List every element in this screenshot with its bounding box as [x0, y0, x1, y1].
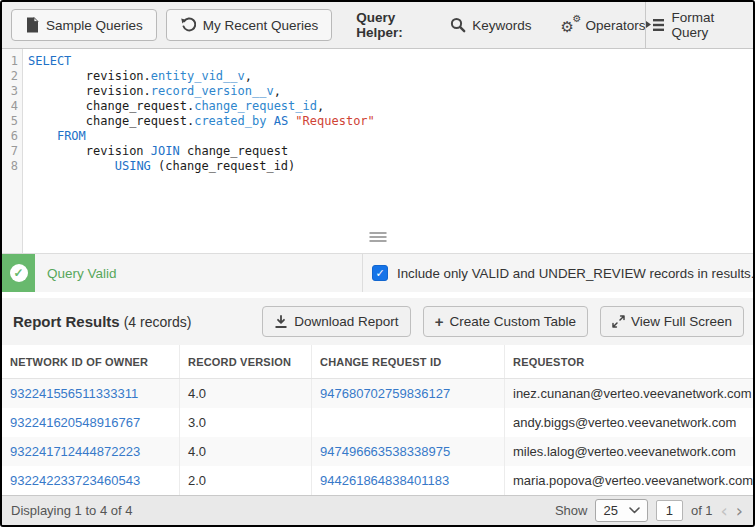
plus-icon: + — [435, 316, 444, 328]
editor-gutter: 12345678 — [2, 49, 23, 253]
cell-text: miles.lalog@verteo.veevanetwork.com — [505, 437, 753, 466]
report-results-count: (4 records) — [124, 314, 192, 330]
query-valid-section: Query Valid — [35, 254, 362, 292]
code-line[interactable]: revision.entity_vid__v, — [28, 69, 753, 84]
keywords-label: Keywords — [472, 18, 531, 33]
show-label: Show — [555, 503, 588, 518]
line-number: 8 — [2, 159, 22, 174]
code-line[interactable]: revision JOIN change_request — [28, 144, 753, 159]
cell-text: 2.0 — [180, 466, 312, 495]
cell-text: maria.popova@verteo.veevanetwork.com — [505, 466, 753, 495]
operators-label: Operators — [585, 18, 645, 33]
format-query-section: Format Query — [645, 2, 753, 48]
cell-text: andy.biggs@verteo.veevanetwork.com — [505, 408, 753, 437]
line-number: 7 — [2, 144, 22, 159]
cell-link[interactable]: 932242233723460543 — [2, 466, 180, 495]
query-helper-label: Query Helper: — [356, 10, 420, 40]
format-query-button[interactable]: Format Query — [646, 10, 753, 40]
download-report-label: Download Report — [294, 314, 398, 329]
query-status-bar: ✓ Query Valid ✓ Include only VALID and U… — [2, 253, 753, 292]
pagination-bar: Displaying 1 to 4 of 4 Show 25 of 1 ‹ › — [2, 495, 753, 525]
sample-queries-button[interactable]: Sample Queries — [11, 9, 157, 41]
valid-records-checkbox[interactable]: ✓ — [372, 265, 388, 281]
code-line[interactable]: SELECT — [28, 54, 753, 69]
column-header[interactable]: REQUESTOR — [505, 345, 753, 378]
report-results-title: Report Results — [13, 313, 120, 330]
cell-link[interactable]: 932241712444872223 — [2, 437, 180, 466]
column-header[interactable]: CHANGE REQUEST ID — [312, 345, 505, 378]
cell-text: 4.0 — [180, 437, 312, 466]
view-full-screen-button[interactable]: View Full Screen — [600, 306, 744, 337]
query-toolbar: Sample Queries My Recent Queries Query H… — [2, 2, 753, 49]
line-number: 6 — [2, 129, 22, 144]
search-icon — [450, 17, 466, 33]
of-pages-label: of 1 — [691, 503, 713, 518]
format-indent-icon — [646, 18, 664, 32]
pagination-controls: Show 25 of 1 ‹ › — [555, 499, 743, 522]
operators-button[interactable]: ⚙ ⚙ Operators — [561, 17, 645, 34]
table-row: 9322416205489167673.0andy.biggs@verteo.v… — [2, 408, 753, 437]
history-icon — [180, 17, 196, 33]
fullscreen-icon — [612, 315, 625, 328]
code-line[interactable]: change_request.created_by AS "Requestor" — [28, 114, 753, 129]
cell-link[interactable]: 932241620548916767 — [2, 408, 180, 437]
check-circle-icon: ✓ — [10, 264, 28, 282]
line-number: 5 — [2, 114, 22, 129]
cell-link[interactable]: 932241556511333311 — [2, 379, 180, 408]
cell-link[interactable]: 947496663538338975 — [312, 437, 505, 466]
table-header-row: NETWORK ID OF OWNERRECORD VERSIONCHANGE … — [2, 345, 753, 379]
results-actions: Download Report + Create Custom Table Vi… — [262, 306, 744, 337]
my-recent-queries-button[interactable]: My Recent Queries — [166, 9, 333, 41]
previous-page-icon[interactable]: ‹ — [721, 502, 728, 520]
valid-records-checkbox-label: Include only VALID and UNDER_REVIEW reco… — [397, 266, 754, 281]
page-size-value: 25 — [603, 503, 617, 518]
record-filter-section: ✓ Include only VALID and UNDER_REVIEW re… — [362, 254, 755, 292]
column-header[interactable]: NETWORK ID OF OWNER — [2, 345, 180, 378]
download-report-button[interactable]: Download Report — [262, 306, 410, 337]
line-number: 1 — [2, 54, 22, 69]
editor-resize-handle[interactable] — [369, 230, 386, 244]
download-icon — [274, 315, 288, 329]
column-header[interactable]: RECORD VERSION — [180, 345, 312, 378]
code-line[interactable]: FROM — [28, 129, 753, 144]
code-line[interactable]: change_request.change_request_id, — [28, 99, 753, 114]
chevron-down-icon — [629, 507, 640, 514]
page-size-select[interactable]: 25 — [595, 499, 647, 522]
cell-link[interactable]: 944261864838401183 — [312, 466, 505, 495]
table-body: 9322415565113333114.0947680702759836127i… — [2, 379, 753, 495]
table-row: 9322415565113333114.0947680702759836127i… — [2, 379, 753, 408]
next-page-icon[interactable]: › — [736, 502, 743, 520]
sample-queries-label: Sample Queries — [46, 18, 143, 33]
query-valid-label: Query Valid — [47, 266, 117, 281]
gears-icon: ⚙ ⚙ — [561, 17, 579, 34]
query-tool-window: Sample Queries My Recent Queries Query H… — [0, 0, 755, 527]
page-number-input[interactable] — [656, 500, 683, 521]
table-row: 9322422337234605432.0944261864838401183m… — [2, 466, 753, 495]
cell-text: inez.cunanan@verteo.veevanetwork.com — [505, 379, 753, 408]
table-row: 9322417124448722234.0947496663538338975m… — [2, 437, 753, 466]
line-number: 4 — [2, 99, 22, 114]
create-custom-table-label: Create Custom Table — [449, 314, 576, 329]
cell-text — [312, 408, 505, 437]
my-recent-queries-label: My Recent Queries — [203, 18, 319, 33]
cell-text: 3.0 — [180, 408, 312, 437]
line-number: 2 — [2, 69, 22, 84]
editor-code[interactable]: SELECT revision.entity_vid__v, revision.… — [23, 49, 753, 253]
cell-link[interactable]: 947680702759836127 — [312, 379, 505, 408]
code-line[interactable]: revision.record_version__v, — [28, 84, 753, 99]
cell-text: 4.0 — [180, 379, 312, 408]
document-icon — [25, 17, 39, 33]
view-full-screen-label: View Full Screen — [631, 314, 732, 329]
line-number: 3 — [2, 84, 22, 99]
report-results-bar: Report Results (4 records) Download Repo… — [2, 298, 753, 345]
format-query-label: Format Query — [671, 10, 753, 40]
sql-editor[interactable]: 12345678 SELECT revision.entity_vid__v, … — [2, 49, 753, 253]
valid-status-block: ✓ — [2, 254, 35, 292]
displaying-label: Displaying 1 to 4 of 4 — [11, 503, 132, 518]
code-line[interactable]: USING (change_request_id) — [28, 159, 753, 174]
create-custom-table-button[interactable]: + Create Custom Table — [423, 306, 588, 337]
keywords-button[interactable]: Keywords — [450, 17, 531, 33]
